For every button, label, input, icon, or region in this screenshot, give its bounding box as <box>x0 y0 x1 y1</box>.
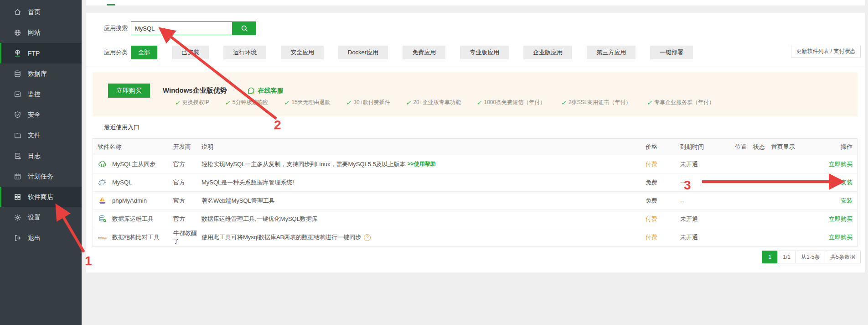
sidebar: 首页 网站 FTP 数据库 <box>0 0 82 325</box>
expiry-value: -- <box>680 197 735 204</box>
col-header-name: 软件名称 <box>93 143 173 151</box>
category-runtime[interactable]: 运行环境 <box>223 46 266 59</box>
software-name[interactable]: phpMyAdmin <box>112 197 147 204</box>
help-link[interactable]: >>使用帮助 <box>408 160 436 168</box>
page-indicator: 1/1 <box>777 251 796 263</box>
banner-features: ✓更换授权IP ✓5分钟极速响应 ✓15天无理由退款 ✓30+款付费插件 ✓20… <box>175 99 730 106</box>
page-total: 共5条数据 <box>825 251 861 263</box>
mysql-mini-logo-icon: MySQL <box>98 233 107 242</box>
sidebar-item-cron[interactable]: 计划任务 <box>0 166 82 187</box>
check-icon: ✓ <box>346 99 351 106</box>
software-dev: 牛都教醒了 <box>173 229 202 246</box>
expiry-value: 未开通 <box>680 215 735 223</box>
logs-icon <box>14 152 21 160</box>
search-button[interactable] <box>232 21 256 35</box>
software-name[interactable]: MySQL <box>112 179 132 186</box>
search-row: 应用搜索 <box>104 21 256 35</box>
sidebar-item-home[interactable]: 首页 <box>0 2 82 22</box>
security-icon <box>14 111 21 119</box>
search-input[interactable] <box>131 21 232 35</box>
website-icon <box>14 29 21 37</box>
sidebar-item-label: 日志 <box>28 152 41 160</box>
buy-link[interactable]: 立即购买 <box>829 161 852 168</box>
sidebar-item-label: 网站 <box>28 29 41 37</box>
chat-icon <box>247 87 255 95</box>
sidebar-item-monitor[interactable]: 监控 <box>0 84 82 105</box>
sidebar-item-settings[interactable]: 设置 <box>0 207 82 228</box>
sidebar-item-label: 监控 <box>28 90 41 99</box>
sidebar-item-label: 计划任务 <box>28 173 53 181</box>
help-question-icon[interactable]: ? <box>364 234 371 241</box>
category-enterprise-apps[interactable]: 企业版应用 <box>523 46 572 59</box>
files-icon <box>14 131 21 139</box>
sidebar-item-files[interactable]: 文件 <box>0 125 82 146</box>
expiry-value: 未开通 <box>680 233 735 241</box>
feature-item: 20+企业版专享功能 <box>413 99 460 106</box>
sidebar-item-website[interactable]: 网站 <box>0 22 82 43</box>
sidebar-item-logout[interactable]: 退出 <box>0 228 82 248</box>
table-row: 数据库运维工具 官方 数据库运维管理工具,一键优化MySQL数据库 付费 未开通… <box>93 210 857 228</box>
software-dev: 官方 <box>173 197 202 205</box>
table-row: MySQL 数据结构比对工具 牛都教醒了 使用此工具可将Mysql数据库AB两表… <box>93 228 857 246</box>
category-security-apps[interactable]: 安全应用 <box>281 46 324 59</box>
sidebar-item-ftp[interactable]: FTP <box>0 43 82 63</box>
feature-item: 1000条免费短信（年付） <box>484 99 546 106</box>
price-badge: 免费 <box>646 197 680 205</box>
software-name[interactable]: MySQL主从同步 <box>112 160 155 168</box>
table-row: phpMyAdmin 官方 著名Web端MySQL管理工具 免费 -- 安装 <box>93 192 857 210</box>
col-header-expiry: 到期时间 <box>680 143 735 151</box>
install-link[interactable]: 安装 <box>841 197 852 204</box>
buy-link[interactable]: 立即购买 <box>829 234 852 241</box>
buy-now-button[interactable]: 立即购买 <box>108 84 150 98</box>
online-support-link[interactable]: 在线客服 <box>247 87 284 95</box>
sidebar-item-label: 设置 <box>28 214 41 222</box>
check-icon: ✓ <box>646 99 652 106</box>
category-free-apps[interactable]: 免费应用 <box>403 46 445 59</box>
category-installed[interactable]: 已安装 <box>172 46 209 59</box>
col-header-dev: 开发商 <box>173 143 202 151</box>
search-icon <box>241 25 248 32</box>
software-table: 软件名称 开发商 说明 价格 到期时间 位置 状态 首页显示 操作 MySQL主… <box>93 138 858 247</box>
feature-item: 专享企业服务群（年付） <box>654 99 714 106</box>
software-desc: 著名Web端MySQL管理工具 <box>202 197 275 205</box>
sidebar-item-app-store[interactable]: 软件商店 <box>0 187 82 207</box>
category-all[interactable]: 全部 <box>131 46 157 59</box>
feature-item: 30+款付费插件 <box>353 99 390 106</box>
price-badge: 付费 <box>646 160 680 168</box>
col-header-status: 状态 <box>753 143 771 151</box>
software-name[interactable]: 数据结构比对工具 <box>112 233 160 241</box>
price-badge: 付费 <box>646 215 680 223</box>
category-thirdparty-apps[interactable]: 第三方应用 <box>587 46 636 59</box>
software-store-panel: 应用搜索 应用分类 全部 已安装 运行环境 安全应用 Docker应用 免费应用… <box>86 13 865 273</box>
recent-entry-label: 最近使用入口 <box>104 123 140 131</box>
search-label: 应用搜索 <box>104 24 131 32</box>
software-dev: 官方 <box>173 178 202 187</box>
table-header-row: 软件名称 开发商 说明 价格 到期时间 位置 状态 首页显示 操作 <box>93 139 857 155</box>
software-dev: 官方 <box>173 215 202 223</box>
ftp-icon <box>14 49 21 57</box>
banner-title: Windows企业版优势 <box>163 86 227 95</box>
sidebar-item-database[interactable]: 数据库 <box>0 63 82 84</box>
sidebar-item-label: 首页 <box>28 8 41 16</box>
software-desc: 数据库运维管理工具,一键优化MySQL数据库 <box>202 215 318 223</box>
software-name[interactable]: 数据库运维工具 <box>112 215 154 223</box>
check-icon: ✓ <box>225 99 230 106</box>
feature-item: 5分钟极速响应 <box>232 99 269 106</box>
cron-icon <box>14 173 21 180</box>
buy-link[interactable]: 立即购买 <box>829 215 852 222</box>
sidebar-item-security[interactable]: 安全 <box>0 105 82 125</box>
category-one-click-deploy[interactable]: 一键部署 <box>650 46 693 59</box>
expiry-value: 未开通 <box>680 160 735 168</box>
install-link[interactable]: 安装 <box>841 179 852 186</box>
col-header-action: 操作 <box>826 143 857 151</box>
category-pro-apps[interactable]: 专业版应用 <box>460 46 509 59</box>
check-icon: ✓ <box>476 99 482 106</box>
sidebar-item-logs[interactable]: 日志 <box>0 146 82 166</box>
database-icon <box>14 70 21 78</box>
mysql-dolphin-icon <box>98 178 107 187</box>
page-number-current[interactable]: 1 <box>762 251 778 263</box>
software-store-page: 首页 网站 FTP 数据库 <box>0 0 868 325</box>
update-software-list-button[interactable]: 更新软件列表 / 支付状态 <box>791 45 861 58</box>
category-docker-apps[interactable]: Docker应用 <box>338 46 388 59</box>
section-divider <box>86 67 865 67</box>
